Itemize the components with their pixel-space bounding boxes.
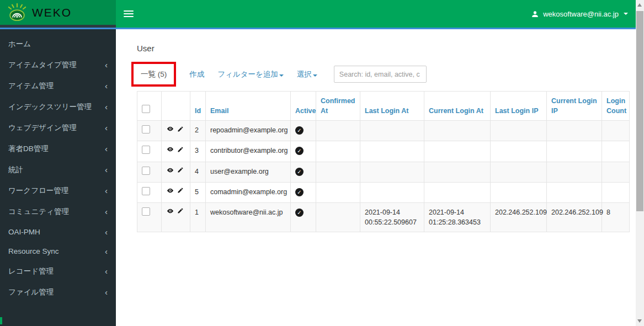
sidebar-item-home[interactable]: ホーム	[0, 34, 116, 55]
weko-logo-icon	[7, 2, 28, 24]
brand-link[interactable]: WEKO	[0, 0, 116, 25]
sidebar: ホーム アイテムタイプ管理‹ アイテム管理‹ インデックスツリー管理‹ ウェブデ…	[0, 29, 116, 326]
row-checkbox[interactable]	[142, 146, 150, 154]
table-row: 4 user@example.org	[137, 162, 630, 182]
chevron-left-icon: ‹	[105, 229, 108, 235]
cell-id: 3	[190, 141, 206, 162]
active-check-icon	[295, 188, 304, 196]
edit-icon[interactable]	[177, 167, 184, 173]
view-icon[interactable]	[166, 207, 174, 215]
cell-id: 2	[190, 121, 206, 141]
cell-email: repoadmin@example.org	[206, 121, 291, 141]
scrollbar-thumb[interactable]	[636, 11, 643, 211]
users-table: Id Email Active Confirmed At Last Login …	[137, 91, 630, 232]
view-icon[interactable]	[166, 146, 174, 153]
active-check-icon	[295, 147, 304, 155]
column-header-current-login-at[interactable]: Current Login At	[424, 92, 491, 121]
chevron-left-icon: ‹	[105, 83, 108, 89]
sidebar-item-webdesign[interactable]: ウェブデザイン管理‹	[0, 117, 116, 138]
cell-email: user@example.org	[206, 162, 291, 182]
sidebar-toggle-button[interactable]	[124, 9, 134, 19]
logo-container: WEKO	[0, 0, 116, 28]
search-input[interactable]	[334, 66, 427, 83]
row-checkbox[interactable]	[142, 167, 150, 175]
user-menu[interactable]: wekosoftware@nii.ac.jp	[531, 10, 628, 18]
page-title: User	[137, 44, 629, 53]
scroll-down-icon[interactable]	[637, 319, 642, 323]
annotation-red-box: 一覧 (5)	[131, 62, 176, 87]
table-row: 2 repoadmin@example.org	[137, 121, 630, 141]
chevron-left-icon: ‹	[105, 269, 108, 274]
tab-list[interactable]: 一覧 (5)	[141, 70, 167, 78]
sidebar-item-oaipmh[interactable]: OAI-PMH‹	[0, 222, 116, 242]
cell-id: 5	[190, 182, 206, 202]
brand-name: WEKO	[32, 6, 72, 19]
row-checkbox[interactable]	[142, 187, 150, 195]
column-header-active[interactable]: Active	[291, 92, 316, 121]
column-header-current-login-ip[interactable]: Current Login IP	[547, 92, 602, 121]
table-row: 1 wekosoftware@nii.ac.jp 2021-09-14 00:5…	[137, 202, 630, 232]
app-window: WEKO wekosoftware@nii.ac.jp ホーム	[0, 0, 644, 326]
sidebar-item-workflow[interactable]: ワークフロー管理‹	[0, 180, 116, 201]
add-filter-dropdown[interactable]: フィルターを追加	[217, 70, 284, 79]
view-icon[interactable]	[166, 167, 174, 174]
table-row: 3 contributor@example.org	[137, 141, 630, 162]
sidebar-item-community[interactable]: コミュニティ管理‹	[0, 201, 116, 222]
sidebar-item-files[interactable]: ファイル管理‹	[0, 282, 116, 303]
row-checkbox[interactable]	[142, 125, 150, 133]
view-icon[interactable]	[166, 125, 174, 132]
view-icon[interactable]	[166, 187, 174, 194]
chevron-left-icon: ‹	[105, 104, 108, 110]
hamburger-icon	[124, 10, 134, 12]
table-row: 5 comadmin@example.org	[137, 182, 630, 202]
user-icon	[531, 10, 539, 18]
table-header-row: Id Email Active Confirmed At Last Login …	[137, 92, 630, 121]
chevron-left-icon: ‹	[105, 146, 108, 152]
vertical-scrollbar	[636, 0, 644, 326]
cell-email: contributor@example.org	[206, 141, 291, 162]
column-header-id[interactable]: Id	[190, 92, 206, 121]
caret-down-icon	[279, 74, 284, 77]
edit-icon[interactable]	[177, 187, 184, 194]
edit-icon[interactable]	[177, 207, 184, 214]
chevron-left-icon: ‹	[105, 188, 108, 194]
create-link[interactable]: 作成	[189, 70, 204, 79]
select-all-checkbox[interactable]	[142, 105, 150, 113]
edit-icon[interactable]	[177, 126, 184, 132]
top-navbar: WEKO wekosoftware@nii.ac.jp	[0, 0, 636, 29]
sidebar-item-itemtype[interactable]: アイテムタイプ管理‹	[0, 55, 116, 76]
sidebar-bottom-marker	[0, 317, 2, 324]
cell-id: 4	[190, 162, 206, 182]
chevron-left-icon: ‹	[105, 125, 108, 131]
sidebar-item-items[interactable]: アイテム管理‹	[0, 76, 116, 97]
scroll-up-icon[interactable]	[637, 3, 642, 7]
active-check-icon	[295, 168, 304, 176]
main-content: User 一覧 (5) 作成 フィルターを追加 選択 Id Email	[116, 29, 636, 326]
navbar: wekosoftware@nii.ac.jp	[116, 0, 636, 28]
sidebar-item-records[interactable]: レコード管理‹	[0, 261, 116, 282]
sidebar-item-indextree[interactable]: インデックスツリー管理‹	[0, 97, 116, 117]
cell-id: 1	[190, 202, 206, 232]
column-header-confirmed-at[interactable]: Confirmed At	[316, 92, 360, 121]
edit-icon[interactable]	[177, 146, 184, 153]
column-header-last-login-ip[interactable]: Last Login IP	[491, 92, 547, 121]
sidebar-item-stats[interactable]: 統計‹	[0, 159, 116, 180]
row-checkbox[interactable]	[142, 207, 150, 216]
chevron-left-icon: ‹	[105, 290, 108, 295]
toolbar: 一覧 (5) 作成 フィルターを追加 選択	[137, 62, 629, 87]
column-header-login-count[interactable]: Login Count	[602, 92, 630, 121]
column-header-email[interactable]: Email	[206, 92, 291, 121]
actions-column-header	[162, 92, 190, 121]
column-header-last-login-at[interactable]: Last Login At	[360, 92, 424, 121]
select-dropdown[interactable]: 選択	[297, 70, 317, 79]
user-email-label: wekosoftware@nii.ac.jp	[543, 10, 619, 18]
sidebar-item-resourcesync[interactable]: Resource Sync‹	[0, 242, 116, 261]
active-check-icon	[295, 209, 304, 217]
chevron-left-icon: ‹	[105, 249, 108, 254]
chevron-left-icon: ‹	[105, 167, 108, 173]
chevron-left-icon: ‹	[105, 209, 108, 215]
chevron-left-icon: ‹	[105, 62, 108, 68]
sidebar-item-authordb[interactable]: 著者DB管理‹	[0, 138, 116, 159]
caret-down-icon	[624, 13, 628, 15]
cell-email: wekosoftware@nii.ac.jp	[206, 202, 291, 232]
